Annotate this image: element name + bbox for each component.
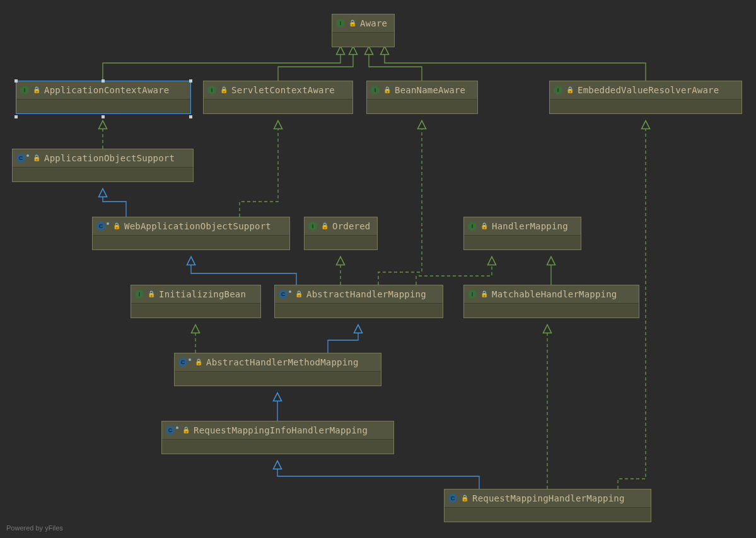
lock-icon: 🔒 (461, 495, 468, 501)
interface-icon (336, 19, 345, 28)
interface-icon (554, 86, 562, 94)
interface-icon (135, 290, 144, 299)
lock-icon: 🔒 (33, 87, 40, 93)
lock-icon: 🔒 (182, 427, 190, 433)
class-label: BeanNameAware (395, 85, 465, 95)
selection-handle[interactable] (15, 115, 18, 118)
abstract-indicator-icon (176, 426, 178, 429)
class-node-aware[interactable]: 🔒 Aware (332, 14, 395, 47)
class-node-abstract-handler-mapping[interactable]: 🔒 AbstractHandlerMapping (274, 285, 443, 318)
interface-icon (468, 222, 477, 231)
interface-icon (20, 86, 29, 94)
selection-handle[interactable] (102, 115, 105, 118)
abstract-indicator-icon (289, 290, 291, 293)
class-label: AbstractHandlerMapping (306, 289, 426, 299)
lock-icon: 🔒 (321, 223, 329, 229)
class-label: ApplicationContextAware (44, 85, 169, 95)
abstract-indicator-icon (189, 358, 191, 361)
interface-icon (308, 222, 317, 231)
interface-icon (468, 290, 477, 299)
class-node-embedded-value-resolver-aware[interactable]: 🔒 EmbeddedValueResolverAware (549, 81, 742, 114)
class-node-web-application-object-support[interactable]: 🔒 WebApplicationObjectSupport (92, 217, 290, 250)
class-icon (279, 290, 288, 299)
class-node-bean-name-aware[interactable]: 🔒 BeanNameAware (366, 81, 478, 114)
lock-icon: 🔒 (195, 359, 202, 365)
class-label: HandlerMapping (492, 221, 568, 231)
lock-icon: 🔒 (113, 223, 120, 229)
class-icon (16, 154, 25, 163)
class-icon (178, 358, 187, 367)
class-label: EmbeddedValueResolverAware (578, 85, 719, 95)
selection-handle[interactable] (189, 115, 192, 118)
lock-icon: 🔒 (349, 20, 356, 26)
class-label: RequestMappingHandlerMapping (472, 493, 625, 503)
class-node-application-context-aware[interactable]: 🔒 ApplicationContextAware (16, 81, 191, 114)
class-node-matchable-handler-mapping[interactable]: 🔒 MatchableHandlerMapping (463, 285, 639, 318)
class-node-initializing-bean[interactable]: 🔒 InitializingBean (131, 285, 261, 318)
class-label: InitializingBean (159, 289, 246, 299)
lock-icon: 🔒 (383, 87, 391, 93)
class-icon (96, 222, 105, 231)
selection-handle[interactable] (102, 79, 105, 83)
class-node-ordered[interactable]: 🔒 Ordered (304, 217, 378, 250)
class-label: Aware (360, 18, 387, 28)
lock-icon: 🔒 (295, 291, 303, 297)
class-label: ApplicationObjectSupport (44, 153, 175, 163)
interface-icon (207, 86, 216, 94)
class-label: MatchableHandlerMapping (492, 289, 617, 299)
class-label: ServletContextAware (231, 85, 335, 95)
footer-attribution: Powered by yFiles (6, 524, 63, 532)
lock-icon: 🔒 (566, 87, 574, 93)
lock-icon: 🔒 (148, 291, 155, 297)
class-node-abstract-handler-method-mapping[interactable]: 🔒 AbstractHandlerMethodMapping (174, 353, 381, 386)
lock-icon: 🔒 (480, 223, 488, 229)
class-icon (448, 494, 457, 503)
selection-handle[interactable] (189, 79, 192, 83)
class-node-application-object-support[interactable]: 🔒 ApplicationObjectSupport (12, 149, 194, 182)
lock-icon: 🔒 (33, 155, 40, 161)
class-node-request-mapping-handler-mapping[interactable]: 🔒 RequestMappingHandlerMapping (444, 489, 651, 522)
class-node-servlet-context-aware[interactable]: 🔒 ServletContextAware (203, 81, 353, 114)
interface-icon (371, 86, 380, 94)
class-label: AbstractHandlerMethodMapping (206, 357, 359, 367)
class-label: Ordered (332, 221, 370, 231)
selection-handle[interactable] (15, 79, 18, 83)
abstract-indicator-icon (107, 222, 109, 225)
lock-icon: 🔒 (220, 87, 228, 93)
class-node-request-mapping-info-handler-mapping[interactable]: 🔒 RequestMappingInfoHandlerMapping (161, 421, 394, 454)
class-label: RequestMappingInfoHandlerMapping (194, 425, 368, 435)
class-node-handler-mapping[interactable]: 🔒 HandlerMapping (463, 217, 581, 250)
class-icon (166, 426, 175, 435)
class-label: WebApplicationObjectSupport (124, 221, 271, 231)
lock-icon: 🔒 (480, 291, 488, 297)
abstract-indicator-icon (26, 154, 29, 157)
